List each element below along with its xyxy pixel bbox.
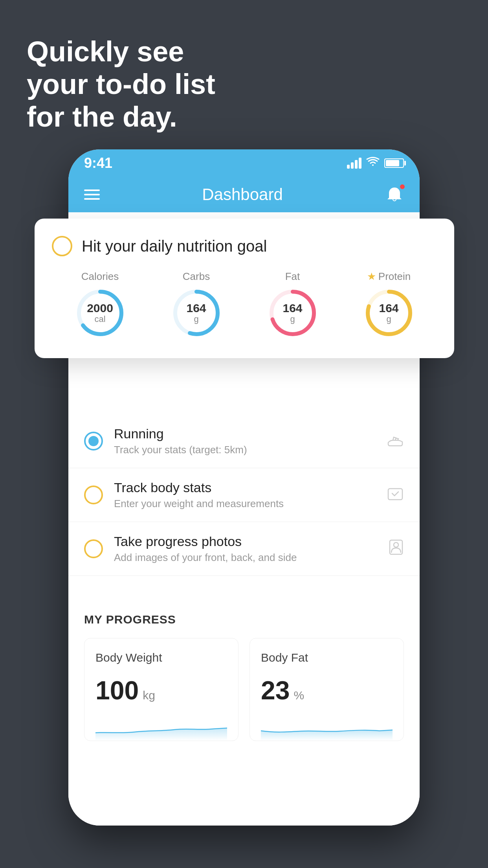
todo-item-photos[interactable]: Take progress photos Add images of your … <box>68 522 420 576</box>
calories-value: 2000 <box>87 302 113 314</box>
notification-dot <box>399 184 405 190</box>
nutrition-card-title: Hit your daily nutrition goal <box>82 237 267 255</box>
progress-cards: Body Weight 100 kg <box>84 638 404 741</box>
body-fat-title: Body Fat <box>261 651 393 664</box>
calories-unit: cal <box>87 314 113 324</box>
carbs-value: 164 <box>186 302 206 314</box>
progress-section: MY PROGRESS Body Weight 100 kg <box>68 596 420 741</box>
nav-title: Dashboard <box>202 185 283 204</box>
todo-item-body-stats[interactable]: Track body stats Enter your weight and m… <box>68 468 420 522</box>
wifi-icon <box>366 156 380 170</box>
todo-title-photos: Take progress photos <box>114 534 377 549</box>
headline-line1: Quickly see <box>27 35 215 68</box>
scale-icon <box>387 485 404 505</box>
fat-chart: 164 g <box>267 287 318 338</box>
person-icon <box>388 539 404 559</box>
nav-bar: Dashboard <box>68 177 420 212</box>
body-fat-chart <box>261 717 393 741</box>
carbs-unit: g <box>186 314 206 324</box>
todo-subtitle-photos: Add images of your front, back, and side <box>114 552 377 564</box>
nutrition-item-calories: Calories 2000 cal <box>75 270 126 338</box>
protein-star-icon: ★ <box>367 270 376 283</box>
fat-label: Fat <box>285 270 300 283</box>
protein-unit: g <box>379 314 398 324</box>
protein-chart: 164 g <box>363 287 415 338</box>
todo-title-running: Running <box>114 426 376 441</box>
body-fat-value-row: 23 % <box>261 675 393 705</box>
battery-icon <box>384 158 404 168</box>
progress-header: MY PROGRESS <box>84 613 404 626</box>
todo-checkbox-photos[interactable] <box>84 539 103 558</box>
protein-label-row: ★ Protein <box>367 270 411 283</box>
todo-text-photos: Take progress photos Add images of your … <box>114 534 377 564</box>
nutrition-checkbox[interactable] <box>52 236 72 256</box>
calories-chart: 2000 cal <box>75 287 126 338</box>
svg-rect-0 <box>388 489 402 500</box>
body-weight-title: Body Weight <box>95 651 227 664</box>
svg-point-2 <box>394 542 398 547</box>
todo-subtitle-body-stats: Enter your weight and measurements <box>114 498 376 510</box>
todo-subtitle-running: Track your stats (target: 5km) <box>114 444 376 456</box>
body-weight-card: Body Weight 100 kg <box>84 638 238 741</box>
todo-title-body-stats: Track body stats <box>114 480 376 495</box>
body-weight-value: 100 <box>95 675 139 705</box>
fat-value: 164 <box>283 302 302 314</box>
bell-icon[interactable] <box>385 185 404 204</box>
fat-unit: g <box>283 314 302 324</box>
body-weight-value-row: 100 kg <box>95 675 227 705</box>
headline-line3: for the day. <box>27 101 215 133</box>
status-bar: 9:41 <box>68 149 420 177</box>
nutrition-circles: Calories 2000 cal Carbs <box>52 270 437 338</box>
todo-checkbox-running[interactable] <box>84 432 103 451</box>
todo-text-body-stats: Track body stats Enter your weight and m… <box>114 480 376 510</box>
signal-bars-icon <box>347 158 361 169</box>
protein-value: 164 <box>379 302 398 314</box>
body-weight-unit: kg <box>143 689 155 702</box>
todo-checkbox-body-stats[interactable] <box>84 485 103 504</box>
headline: Quickly see your to-do list for the day. <box>27 35 215 133</box>
hamburger-menu[interactable] <box>84 189 100 200</box>
nutrition-item-carbs: Carbs 164 g <box>171 270 222 338</box>
todo-item-running[interactable]: Running Track your stats (target: 5km) <box>68 414 420 468</box>
nutrition-item-protein: ★ Protein 164 g <box>363 270 415 338</box>
status-time: 9:41 <box>84 155 112 171</box>
shoe-icon <box>387 432 404 450</box>
todo-text-running: Running Track your stats (target: 5km) <box>114 426 376 456</box>
floating-nutrition-card: Hit your daily nutrition goal Calories 2… <box>35 219 454 358</box>
protein-label: Protein <box>378 270 411 283</box>
carbs-label: Carbs <box>183 270 210 283</box>
headline-line2: your to-do list <box>27 68 215 101</box>
todo-list: Running Track your stats (target: 5km) <box>68 414 420 576</box>
carbs-chart: 164 g <box>171 287 222 338</box>
status-icons <box>347 156 404 170</box>
card-title-row: Hit your daily nutrition goal <box>52 236 437 256</box>
body-weight-chart <box>95 717 227 741</box>
body-fat-value: 23 <box>261 675 290 705</box>
body-fat-unit: % <box>294 689 304 702</box>
calories-label: Calories <box>81 270 119 283</box>
body-fat-card: Body Fat 23 % <box>250 638 404 741</box>
nutrition-item-fat: Fat 164 g <box>267 270 318 338</box>
